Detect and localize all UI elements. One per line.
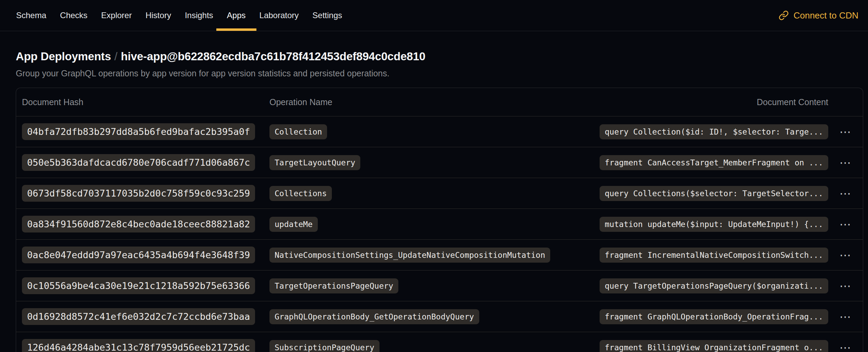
document-content-preview: query Collections($selector: TargetSelec… xyxy=(600,186,828,201)
nav-tab-apps[interactable]: Apps xyxy=(227,0,246,31)
nav-tab-history[interactable]: History xyxy=(145,0,171,31)
document-content-preview: fragment CanAccessTarget_MemberFragment … xyxy=(600,155,828,170)
ellipsis-menu-icon[interactable]: ⋯ xyxy=(836,279,855,293)
table-header-row: Document Hash Operation Name Document Co… xyxy=(16,88,863,116)
operation-name-badge: NativeCompositionSettings_UpdateNativeCo… xyxy=(269,248,550,263)
document-hash-badge: 0c10556a9be4ca30e19e21c1218a592b75e63366 xyxy=(22,277,255,294)
ellipsis-menu-icon[interactable]: ⋯ xyxy=(836,186,855,201)
operation-name-badge: Collection xyxy=(269,124,327,139)
page-header: App Deployments/hive-app@b622862ecdba7c6… xyxy=(0,31,868,78)
column-header-operation-name: Operation Name xyxy=(269,97,757,107)
table-body: 04bfa72dfb83b297dd8a5b6fed9bafac2b395a0f… xyxy=(16,116,863,352)
table-row: 0d16928d8572c41ef6e032d2c7c72ccbd6e73baa… xyxy=(16,301,863,332)
table-row: 0673df58cd7037117035b2d0c758f59c0c93c259… xyxy=(16,178,863,209)
ellipsis-menu-icon[interactable]: ⋯ xyxy=(836,310,855,324)
operation-name-badge: TargetLayoutQuery xyxy=(269,155,360,170)
link-icon xyxy=(779,10,789,21)
table-row: 126d46a4284abe31c13c78f7959d56eeb21725dc… xyxy=(16,332,863,352)
document-content-preview: query TargetOperationsPageQuery($organiz… xyxy=(600,278,828,293)
connect-to-cdn-button[interactable]: Connect to CDN xyxy=(779,0,858,31)
nav-tabs: SchemaChecksExplorerHistoryInsightsAppsL… xyxy=(16,0,356,31)
breadcrumb-current-deployment: hive-app@b622862ecdba7c61b78f412453def89… xyxy=(121,50,425,63)
nav-tab-insights[interactable]: Insights xyxy=(185,0,213,31)
connect-to-cdn-label: Connect to CDN xyxy=(794,10,858,21)
column-header-document-hash: Document Hash xyxy=(22,97,269,107)
operation-name-badge: updateMe xyxy=(269,217,318,232)
document-hash-badge: 050e5b363dafdcacd6780e706cadf771d06a867c xyxy=(22,154,255,171)
operation-name-badge: GraphQLOperationBody_GetOperationBodyQue… xyxy=(269,309,479,324)
breadcrumb: App Deployments/hive-app@b622862ecdba7c6… xyxy=(16,50,852,63)
nav-tab-settings[interactable]: Settings xyxy=(312,0,342,31)
operation-name-badge: SubscriptionPageQuery xyxy=(269,340,379,352)
table-row: 0a834f91560d872e8c4bec0ade18ceec88821a82… xyxy=(16,209,863,239)
operation-name-badge: Collections xyxy=(269,186,332,201)
document-hash-badge: 0673df58cd7037117035b2d0c758f59c0c93c259 xyxy=(22,185,255,202)
nav-tab-explorer[interactable]: Explorer xyxy=(101,0,132,31)
nav-tab-checks[interactable]: Checks xyxy=(60,0,87,31)
document-hash-badge: 0ac8e047eddd97a97eac6435a4b694f4e3648f39 xyxy=(22,247,255,263)
page-subtitle: Group your GraphQL operations by app ver… xyxy=(16,68,852,78)
column-header-document-content: Document Content xyxy=(757,97,828,107)
document-content-preview: fragment GraphQLOperationBody_OperationF… xyxy=(600,309,828,324)
document-content-preview: query Collection($id: ID!, $selector: Ta… xyxy=(600,124,828,139)
top-navigation: SchemaChecksExplorerHistoryInsightsAppsL… xyxy=(0,0,868,31)
nav-tab-laboratory[interactable]: Laboratory xyxy=(260,0,299,31)
breadcrumb-separator: / xyxy=(111,50,121,63)
operation-name-badge: TargetOperationsPageQuery xyxy=(269,278,398,293)
document-hash-badge: 0a834f91560d872e8c4bec0ade18ceec88821a82 xyxy=(22,216,255,232)
table-row: 04bfa72dfb83b297dd8a5b6fed9bafac2b395a0f… xyxy=(16,116,863,147)
document-hash-badge: 126d46a4284abe31c13c78f7959d56eeb21725dc xyxy=(22,339,255,352)
ellipsis-menu-icon[interactable]: ⋯ xyxy=(836,217,855,231)
ellipsis-menu-icon[interactable]: ⋯ xyxy=(836,340,855,352)
document-hash-badge: 04bfa72dfb83b297dd8a5b6fed9bafac2b395a0f xyxy=(22,123,255,140)
ellipsis-menu-icon[interactable]: ⋯ xyxy=(836,248,855,262)
nav-tab-schema[interactable]: Schema xyxy=(16,0,46,31)
table-row: 0c10556a9be4ca30e19e21c1218a592b75e63366… xyxy=(16,270,863,301)
ellipsis-menu-icon[interactable]: ⋯ xyxy=(836,155,855,170)
document-hash-badge: 0d16928d8572c41ef6e032d2c7c72ccbd6e73baa xyxy=(22,308,255,325)
table-row: 0ac8e047eddd97a97eac6435a4b694f4e3648f39… xyxy=(16,239,863,270)
document-content-preview: mutation updateMe($input: UpdateMeInput!… xyxy=(600,217,828,232)
ellipsis-menu-icon[interactable]: ⋯ xyxy=(836,125,855,139)
document-content-preview: fragment IncrementalNativeCompositionSwi… xyxy=(600,248,828,263)
breadcrumb-app-deployments-link[interactable]: App Deployments xyxy=(16,50,111,63)
app-deployments-table: Document Hash Operation Name Document Co… xyxy=(16,88,863,352)
table-row: 050e5b363dafdcacd6780e706cadf771d06a867c… xyxy=(16,147,863,178)
document-content-preview: fragment BillingView_OrganizationFragmen… xyxy=(600,340,828,352)
